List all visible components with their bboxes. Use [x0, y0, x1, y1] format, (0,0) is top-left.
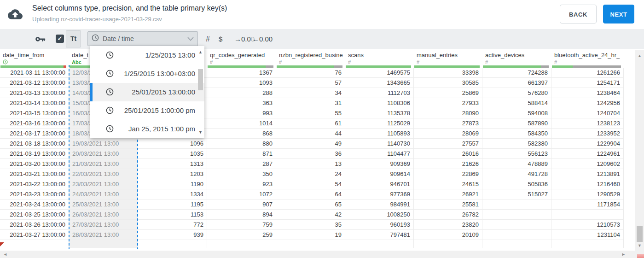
cell[interactable]: 1210573: [551, 220, 624, 229]
cell[interactable]: 24/03/2021 13:00: [69, 189, 138, 199]
cell[interactable]: 584350: [482, 129, 551, 138]
cell[interactable]: 984991: [345, 199, 414, 209]
cell[interactable]: [138, 240, 207, 248]
cell[interactable]: 54: [276, 179, 345, 189]
cell[interactable]: 1096: [138, 139, 207, 148]
cell[interactable]: 2021-03-20 13:00:00: [0, 159, 69, 169]
cell[interactable]: 797481: [345, 230, 414, 240]
boolean-type-checkbox[interactable]: ✓: [56, 35, 64, 43]
cell[interactable]: 1238464: [551, 88, 624, 98]
cell[interactable]: 515027: [482, 189, 551, 199]
cell[interactable]: 909614: [345, 169, 414, 179]
cell[interactable]: 977369: [345, 189, 414, 199]
cell[interactable]: 49: [276, 139, 345, 148]
menu-scrollbar-thumb[interactable]: [198, 69, 203, 90]
cell[interactable]: 21/03/2021 13:00: [69, 159, 138, 169]
cell[interactable]: 1112703: [345, 88, 414, 98]
cell[interactable]: [551, 210, 624, 219]
cell[interactable]: 1209602: [551, 159, 624, 169]
cell[interactable]: 2021-03-26 13:00:00: [0, 220, 69, 229]
cell[interactable]: 1105893: [345, 129, 414, 138]
cell[interactable]: 993: [207, 108, 276, 118]
cell[interactable]: 350: [207, 169, 276, 179]
cell[interactable]: 939: [138, 230, 207, 240]
cell[interactable]: 288: [207, 88, 276, 98]
cell[interactable]: 909369: [345, 159, 414, 169]
cell[interactable]: [482, 220, 551, 229]
cell[interactable]: 25581: [414, 199, 482, 209]
cell[interactable]: 26921: [414, 189, 482, 199]
cell[interactable]: 65: [276, 199, 345, 209]
cell[interactable]: 1240704: [551, 108, 624, 118]
cell[interactable]: 1125029: [345, 118, 414, 128]
cell[interactable]: 1014: [207, 118, 276, 128]
cell[interactable]: 30585: [414, 78, 482, 88]
cell[interactable]: 1135378: [345, 108, 414, 118]
cell[interactable]: 61: [276, 118, 345, 128]
cell[interactable]: 28/03/2021 13:00: [69, 230, 138, 240]
cell[interactable]: 1313: [138, 159, 207, 169]
cell[interactable]: 27873: [414, 118, 482, 128]
primary-key-icon[interactable]: [35, 35, 46, 45]
cell[interactable]: 34: [276, 88, 345, 98]
cell[interactable]: 1231104: [551, 230, 624, 240]
cell[interactable]: 868: [207, 129, 276, 138]
scroll-right-icon[interactable]: ►: [621, 251, 626, 258]
column-header-qr_codes_generated[interactable]: qr_codes_generated#: [207, 50, 276, 68]
cell[interactable]: 22869: [414, 169, 482, 179]
cell[interactable]: 1108306: [345, 98, 414, 108]
cell[interactable]: 2021-03-25 13:00:00: [0, 210, 69, 219]
cell[interactable]: 759: [207, 220, 276, 229]
cell[interactable]: 2021-03-17 13:00:00: [0, 129, 69, 138]
cell[interactable]: [482, 240, 551, 248]
cell[interactable]: 28090: [414, 108, 482, 118]
cell[interactable]: 1469575: [345, 68, 414, 77]
format-option[interactable]: Jan 25, 2015 1:00 pm: [90, 120, 204, 138]
cell[interactable]: 1072: [207, 189, 276, 199]
cell[interactable]: 1367: [207, 68, 276, 77]
cell[interactable]: 478889: [482, 159, 551, 169]
cell[interactable]: 1261266: [551, 68, 624, 77]
cell[interactable]: [551, 240, 624, 248]
horizontal-scrollbar[interactable]: ◄ ►: [0, 251, 644, 258]
text-type-button[interactable]: Tt: [66, 30, 81, 47]
cell[interactable]: 27557: [414, 139, 482, 148]
cell[interactable]: 2021-03-14 13:00:00: [0, 98, 69, 108]
column-header-manual_entries[interactable]: manual_entries#: [414, 50, 482, 68]
cell[interactable]: [0, 240, 69, 248]
cell[interactable]: 24615: [414, 179, 482, 189]
format-option[interactable]: 1/25/2015 13:00+03:00: [90, 64, 204, 83]
cell[interactable]: 1093: [207, 78, 276, 88]
cell[interactable]: 26782: [414, 210, 482, 219]
cell[interactable]: 724288: [482, 68, 551, 77]
cell[interactable]: 2021-03-11 13:00:00: [0, 68, 69, 77]
cell[interactable]: 661397: [482, 78, 551, 88]
number-type-button[interactable]: #: [206, 29, 210, 49]
cell[interactable]: 2021-03-21 13:00:00: [0, 169, 69, 179]
cell[interactable]: 33398: [414, 68, 482, 77]
cell[interactable]: 25869: [414, 88, 482, 98]
vertical-scrollbar-thumb[interactable]: [637, 226, 643, 242]
next-button[interactable]: NEXT: [603, 5, 634, 23]
cell[interactable]: 55: [276, 108, 345, 118]
column-header-bluetooth_active_24_hr_[interactable]: bluetooth_active_24_hr_#: [551, 50, 624, 68]
decrease-precision-button[interactable]: ←0.00: [252, 29, 273, 49]
format-option[interactable]: 1/25/2015 13:00: [90, 46, 204, 64]
cell[interactable]: 1242956: [551, 98, 624, 108]
cell[interactable]: 64: [276, 189, 345, 199]
format-option[interactable]: 25/01/2015 1:00:00 pm: [90, 101, 204, 120]
cell[interactable]: 1224961: [551, 149, 624, 158]
currency-type-button[interactable]: $: [219, 29, 222, 49]
scroll-up-icon[interactable]: ▲: [635, 53, 644, 58]
cell[interactable]: [482, 230, 551, 240]
cell[interactable]: 576280: [482, 88, 551, 98]
cell[interactable]: 907: [207, 199, 276, 209]
cell[interactable]: 57: [276, 78, 345, 88]
cell[interactable]: 1343665: [345, 78, 414, 88]
column-header-date_time_from[interactable]: date_time_from: [0, 50, 69, 68]
cell[interactable]: 1035: [138, 149, 207, 158]
cell[interactable]: 1140730: [345, 139, 414, 148]
back-button[interactable]: BACK: [560, 5, 597, 23]
cell[interactable]: 25/03/2021 13:00: [69, 199, 138, 209]
cell[interactable]: 1229904: [551, 139, 624, 148]
